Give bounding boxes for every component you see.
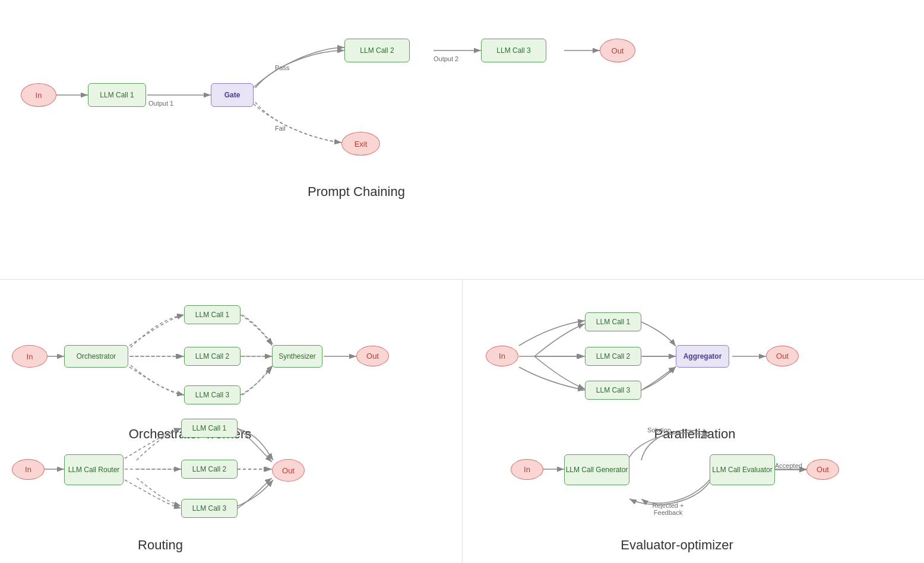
ow-orch-node: Orchestrator [64,345,128,368]
pc-output2-label: Output 2 [433,55,458,62]
ev-rejected-label: Rejected + Feedback [638,502,698,516]
rt-router-node: LLM Call Router [64,454,124,485]
pc-fail-label: Fail [275,125,286,132]
ow-llm1-node: LLM Call 1 [184,305,241,324]
ev-gen-label: LLM Call Generator [566,466,628,474]
pc-llm3-label: LLM Call 3 [496,46,530,55]
divider-vertical [462,279,463,563]
rt-llm1-label: LLM Call 1 [192,424,226,432]
ow-llm3-label: LLM Call 3 [195,391,229,399]
par-agg-label: Aggregator [683,352,722,360]
pc-llm3-node: LLM Call 3 [481,39,546,62]
ow-llm2-label: LLM Call 2 [195,352,229,360]
rt-llm3-label: LLM Call 3 [192,504,226,513]
rt-in-node: In [12,459,45,480]
par-in-label: In [499,352,505,360]
ow-synth-label: Synthesizer [279,352,316,360]
ev-gen-node: LLM Call Generator [564,454,629,485]
ev-accepted-label: Accepted [775,462,802,469]
par-llm3-label: LLM Call 3 [596,386,630,394]
ev-out-label: Out [817,465,829,474]
pc-llm1-node: LLM Call 1 [88,83,146,107]
ev-eval-node: LLM Call Evaluator [710,454,775,485]
ev-in-node: In [511,459,543,480]
ev-eval-label: LLM Call Evaluator [712,466,772,474]
ow-out-node: Out [356,346,389,366]
ev-in-label: In [524,465,530,474]
ev-solution-label: Solution [647,426,671,434]
par-out-label: Out [776,352,789,360]
pc-llm2-node: LLM Call 2 [344,39,410,62]
ow-llm3-node: LLM Call 3 [184,385,241,404]
rt-in-label: In [25,465,31,474]
pc-gate-node: Gate [211,83,254,107]
diagram-container: In LLM Call 1 Gate LLM Call 2 LLM Call 3… [0,0,924,563]
par-title: Parallelization [582,426,808,442]
pc-exit-label: Exit [355,140,368,148]
rt-llm2-node: LLM Call 2 [181,460,238,479]
ev-out-node: Out [806,459,839,480]
par-agg-node: Aggregator [676,345,729,368]
pc-llm2-label: LLM Call 2 [360,46,394,55]
rt-llm1-node: LLM Call 1 [181,419,238,438]
pc-title: Prompt Chaining [267,184,445,200]
pc-gate-label: Gate [224,91,241,99]
ow-in-node: In [12,345,48,368]
ow-out-label: Out [366,352,379,360]
ow-orch-label: Orchestrator [77,352,116,360]
rt-title: Routing [77,537,243,553]
rt-llm2-label: LLM Call 2 [192,465,226,473]
pc-exit-node: Exit [341,132,380,156]
pc-out-label: Out [612,46,624,55]
par-out-node: Out [766,346,799,366]
par-llm1-node: LLM Call 1 [585,312,641,331]
ow-llm2-node: LLM Call 2 [184,347,241,366]
pc-llm1-label: LLM Call 1 [100,91,134,99]
pc-pass-label: Pass [275,64,289,71]
pc-in-node: In [21,83,56,107]
pc-output1-label: Output 1 [148,100,173,107]
rt-out-node: Out [272,459,305,482]
par-llm1-label: LLM Call 1 [596,318,630,326]
par-llm3-node: LLM Call 3 [585,381,641,400]
rt-llm3-node: LLM Call 3 [181,499,238,518]
pc-in-label: In [36,91,42,100]
par-llm2-node: LLM Call 2 [585,347,641,366]
rt-out-label: Out [282,466,295,475]
par-llm2-label: LLM Call 2 [596,352,630,360]
ow-llm1-label: LLM Call 1 [195,311,229,319]
ev-title: Evaluator-optimizer [558,537,796,553]
rt-router-label: LLM Call Router [68,466,120,474]
ow-in-label: In [27,352,33,361]
pc-out-node: Out [600,39,635,62]
ow-synth-node: Synthesizer [272,345,322,368]
par-in-node: In [486,346,518,366]
